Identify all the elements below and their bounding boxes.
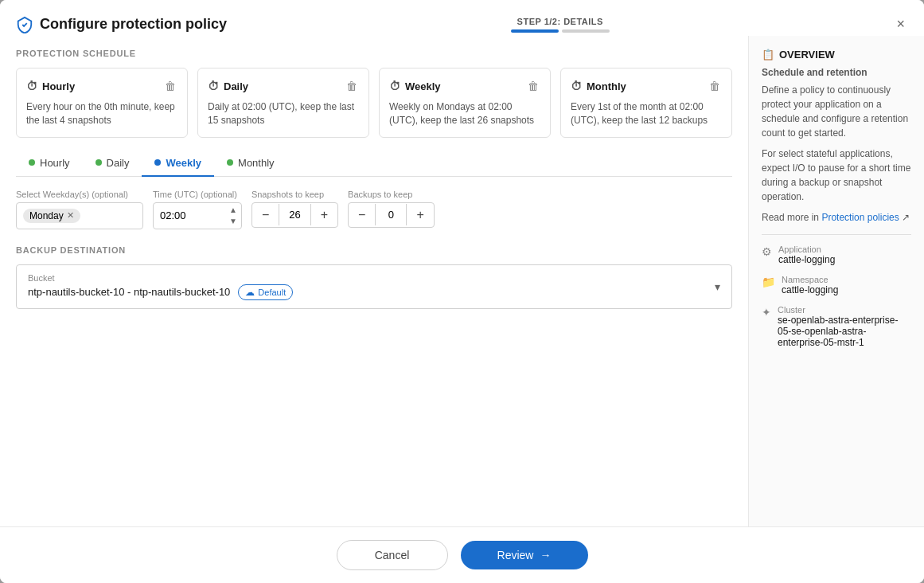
backups-value: 0	[375, 204, 407, 225]
backups-counter: − 0 +	[348, 202, 435, 228]
schedule-card-header-daily: ⏱ Daily 🗑	[208, 78, 359, 94]
modal-header-left: Configure protection policy	[16, 16, 227, 33]
tab-hourly[interactable]: Hourly	[16, 151, 83, 177]
backups-decrement-button[interactable]: −	[349, 203, 375, 227]
snapshots-control-group: Snapshots to keep − 26 +	[251, 190, 338, 228]
protection-policies-link[interactable]: Protection policies	[821, 212, 899, 223]
sidebar-title: 📋 OVERVIEW	[762, 49, 911, 61]
delete-daily-button[interactable]: 🗑	[345, 78, 359, 94]
modal-header: Configure protection policy STEP 1/2: DE…	[0, 0, 924, 36]
time-control-group: Time (UTC) (optional) ▲ ▼	[153, 190, 242, 229]
bucket-value: ntp-nautils-bucket-10 - ntp-nautils-buck…	[28, 284, 293, 300]
sidebar-divider	[762, 234, 911, 235]
snapshots-counter: − 26 +	[251, 202, 338, 228]
weekday-control-group: Select Weekday(s) (optional) Monday ✕	[16, 190, 143, 229]
cloud-icon: ☁	[245, 287, 255, 298]
tab-weekly[interactable]: Weekly	[142, 151, 214, 177]
modal-title: Configure protection policy	[40, 16, 227, 33]
weekday-label: Select Weekday(s) (optional)	[16, 190, 143, 199]
bucket-select[interactable]: Bucket ntp-nautils-bucket-10 - ntp-nauti…	[16, 264, 732, 309]
shield-icon	[16, 16, 33, 33]
time-input-wrapper: ▲ ▼	[153, 202, 242, 229]
tab-dot-daily	[96, 159, 102, 166]
sidebar-read-more: Read more in Protection policies ↗	[762, 210, 911, 225]
default-badge: ☁ Default	[238, 284, 293, 300]
schedule-card-header-hourly: ⏱ Hourly 🗑	[26, 78, 177, 94]
schedule-card-desc-daily: Daily at 02:00 (UTC), keep the last 15 s…	[208, 100, 359, 127]
schedule-card-title-hourly: ⏱ Hourly	[26, 80, 75, 92]
schedule-card-daily: ⏱ Daily 🗑 Daily at 02:00 (UTC), keep the…	[197, 68, 369, 138]
close-button[interactable]: ×	[893, 13, 908, 36]
schedule-card-header-weekly: ⏱ Weekly 🗑	[389, 78, 540, 94]
protection-schedule-title: PROTECTION SCHEDULE	[16, 49, 732, 58]
backups-label: Backups to keep	[348, 190, 435, 199]
step-indicator: STEP 1/2: DETAILS	[511, 17, 610, 33]
backups-increment-button[interactable]: +	[407, 203, 433, 227]
clock-icon-weekly: ⏱	[389, 80, 400, 92]
time-arrows: ▲ ▼	[225, 203, 241, 229]
modal-body: PROTECTION SCHEDULE ⏱ Hourly 🗑 Every hou…	[0, 36, 924, 526]
tabs-row: Hourly Daily Weekly Monthly	[16, 151, 732, 177]
snapshots-label: Snapshots to keep	[251, 190, 338, 199]
schedule-card-monthly: ⏱ Monthly 🗑 Every 1st of the month at 02…	[560, 68, 732, 138]
review-button[interactable]: Review →	[461, 541, 588, 569]
bucket-chevron-down-icon: ▾	[715, 280, 720, 293]
review-arrow-icon: →	[540, 549, 551, 561]
weekday-select[interactable]: Monday ✕	[16, 202, 143, 229]
application-icon: ⚙	[762, 245, 772, 258]
time-label: Time (UTC) (optional)	[153, 190, 242, 199]
namespace-content: Namespace cattle-logging	[782, 275, 838, 295]
sidebar-meta-cluster: ✦ Cluster se-openlab-astra-enterprise-05…	[762, 305, 911, 348]
snapshots-decrement-button[interactable]: −	[252, 203, 279, 227]
schedule-card-weekly: ⏱ Weekly 🗑 Weekly on Mondays at 02:00 (U…	[379, 68, 551, 138]
namespace-icon: 📁	[762, 276, 775, 288]
configure-protection-policy-modal: Configure protection policy STEP 1/2: DE…	[0, 0, 924, 583]
tab-monthly[interactable]: Monthly	[214, 151, 287, 177]
delete-hourly-button[interactable]: 🗑	[163, 78, 177, 94]
delete-monthly-button[interactable]: 🗑	[708, 78, 722, 94]
bucket-info: Bucket ntp-nautils-bucket-10 - ntp-nauti…	[28, 273, 293, 300]
weekday-chip-monday: Monday ✕	[23, 209, 80, 223]
schedule-cards: ⏱ Hourly 🗑 Every hour on the 0th minute,…	[16, 68, 732, 138]
weekly-controls-row: Select Weekday(s) (optional) Monday ✕ Ti…	[16, 190, 732, 229]
modal-footer: Cancel Review →	[0, 526, 924, 583]
tab-dot-hourly	[29, 159, 35, 166]
time-input[interactable]	[154, 205, 225, 226]
backup-destination-title: BACKUP DESTINATION	[16, 245, 732, 255]
clock-icon-monthly: ⏱	[571, 80, 582, 92]
schedule-card-desc-weekly: Weekly on Mondays at 02:00 (UTC), keep t…	[389, 100, 540, 127]
chip-remove-monday[interactable]: ✕	[67, 210, 74, 221]
time-down-arrow[interactable]: ▼	[228, 216, 238, 227]
step-bar	[511, 29, 610, 33]
delete-weekly-button[interactable]: 🗑	[526, 78, 540, 94]
snapshots-increment-button[interactable]: +	[311, 203, 337, 227]
main-content: PROTECTION SCHEDULE ⏱ Hourly 🗑 Every hou…	[0, 36, 749, 526]
sidebar: 📋 OVERVIEW Schedule and retention Define…	[749, 36, 924, 526]
sidebar-para1: Define a policy to continuously protect …	[762, 83, 911, 140]
cluster-content: Cluster se-openlab-astra-enterprise-05-s…	[778, 305, 911, 348]
schedule-card-desc-monthly: Every 1st of the month at 02:00 (UTC), k…	[571, 100, 722, 127]
sidebar-para2: For select stateful applications, expect…	[762, 147, 911, 204]
bucket-label: Bucket	[28, 273, 293, 283]
clock-icon-hourly: ⏱	[26, 80, 37, 92]
schedule-card-header-monthly: ⏱ Monthly 🗑	[571, 78, 722, 94]
tab-dot-monthly	[227, 159, 233, 166]
snapshots-value: 26	[279, 204, 310, 225]
sidebar-subtitle: Schedule and retention	[762, 67, 911, 78]
schedule-card-title-weekly: ⏱ Weekly	[389, 80, 441, 92]
sidebar-meta-application: ⚙ Application cattle-logging	[762, 245, 911, 265]
cancel-button[interactable]: Cancel	[337, 540, 448, 570]
schedule-card-title-monthly: ⏱ Monthly	[571, 80, 626, 92]
backups-control-group: Backups to keep − 0 +	[348, 190, 435, 228]
step-segment-2	[562, 29, 610, 33]
schedule-card-hourly: ⏱ Hourly 🗑 Every hour on the 0th minute,…	[16, 68, 188, 138]
step-label: STEP 1/2: DETAILS	[517, 17, 603, 26]
sidebar-meta-namespace: 📁 Namespace cattle-logging	[762, 275, 911, 295]
tab-daily[interactable]: Daily	[83, 151, 142, 177]
external-link-icon: ↗	[902, 212, 910, 223]
step-segment-1	[511, 29, 559, 33]
time-up-arrow[interactable]: ▲	[228, 205, 238, 216]
cluster-icon: ✦	[762, 306, 771, 319]
schedule-card-title-daily: ⏱ Daily	[208, 80, 248, 92]
notebook-icon: 📋	[762, 49, 774, 61]
